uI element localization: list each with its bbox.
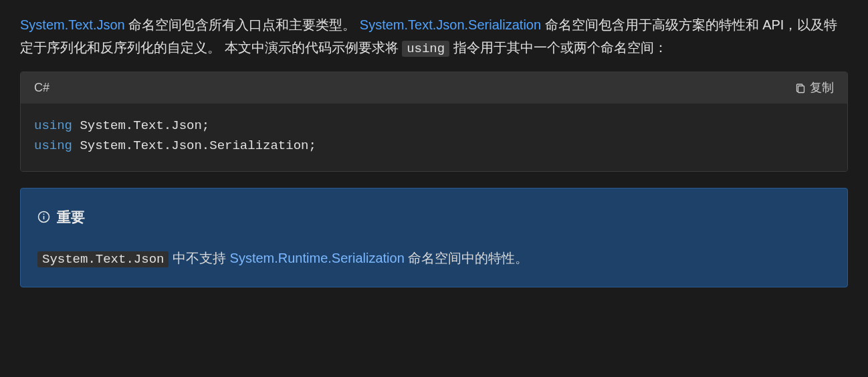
inline-code-system-text-json: System.Text.Json bbox=[37, 251, 169, 267]
keyword-using: using bbox=[34, 118, 72, 133]
code-body: using System.Text.Json; using System.Tex… bbox=[21, 104, 847, 171]
text-fragment: 命名空间中的特性。 bbox=[405, 251, 529, 265]
svg-point-3 bbox=[43, 214, 45, 215]
code-rest: System.Text.Json.Serialization; bbox=[72, 138, 316, 153]
code-rest: System.Text.Json; bbox=[72, 118, 209, 133]
copy-label: 复制 bbox=[810, 78, 834, 98]
inline-code-using: using bbox=[402, 41, 449, 57]
intro-paragraph: System.Text.Json 命名空间包含所有入口点和主要类型。 Syste… bbox=[20, 13, 848, 59]
important-alert: 重要 System.Text.Json 中不支持 System.Runtime.… bbox=[20, 188, 848, 287]
keyword-using: using bbox=[34, 138, 72, 153]
code-header: C# 复制 bbox=[21, 72, 847, 104]
alert-header: 重要 bbox=[37, 205, 831, 229]
info-icon bbox=[37, 211, 50, 223]
text-fragment: 命名空间包含所有入口点和主要类型。 bbox=[125, 17, 360, 32]
link-system-text-json[interactable]: System.Text.Json bbox=[20, 17, 125, 32]
copy-button[interactable]: 复制 bbox=[795, 78, 834, 98]
link-system-runtime-serialization[interactable]: System.Runtime.Serialization bbox=[230, 251, 405, 265]
alert-body: System.Text.Json 中不支持 System.Runtime.Ser… bbox=[37, 247, 831, 269]
code-line: using System.Text.Json; bbox=[34, 116, 834, 136]
text-fragment: 中不支持 bbox=[169, 251, 229, 265]
link-system-text-json-serialization[interactable]: System.Text.Json.Serialization bbox=[360, 17, 541, 32]
code-language-label: C# bbox=[34, 78, 49, 98]
alert-title: 重要 bbox=[57, 205, 85, 229]
code-block: C# 复制 using System.Text.Json; using Syst… bbox=[20, 72, 848, 171]
text-fragment: 指令用于其中一个或两个命名空间： bbox=[449, 40, 667, 55]
svg-rect-0 bbox=[798, 86, 804, 92]
code-line: using System.Text.Json.Serialization; bbox=[34, 136, 834, 156]
copy-icon bbox=[795, 83, 806, 94]
